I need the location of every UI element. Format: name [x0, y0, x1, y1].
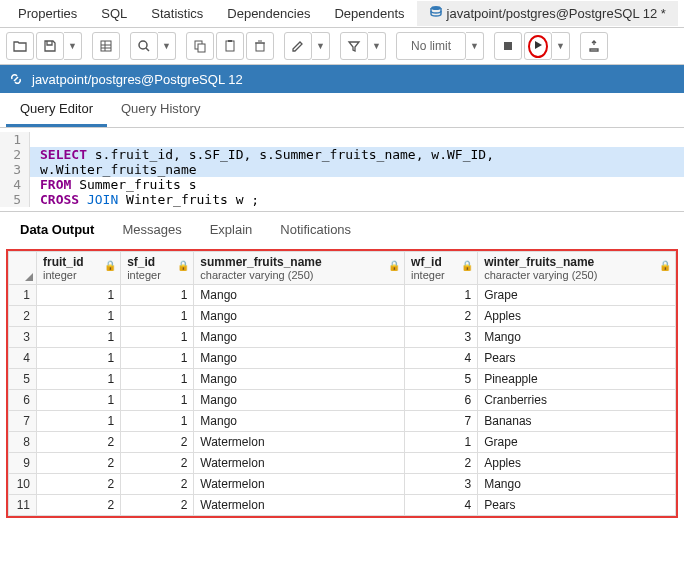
filter-button[interactable] [340, 32, 368, 60]
table-row[interactable]: 311Mango3Mango [9, 327, 676, 348]
cell-summer-fruits-name[interactable]: Mango [194, 369, 405, 390]
col-sf-id[interactable]: sf_idinteger🔒 [121, 252, 194, 285]
cell-sf-id[interactable]: 1 [121, 411, 194, 432]
cell-summer-fruits-name[interactable]: Watermelon [194, 495, 405, 516]
tab-explain[interactable]: Explain [196, 216, 267, 243]
row-number[interactable]: 11 [9, 495, 37, 516]
row-number[interactable]: 6 [9, 390, 37, 411]
table-row[interactable]: 111Mango1Grape [9, 285, 676, 306]
find-dropdown[interactable]: ▼ [158, 32, 176, 60]
cell-wf-id[interactable]: 4 [405, 495, 478, 516]
cell-winter-fruits-name[interactable]: Pears [478, 495, 676, 516]
cell-summer-fruits-name[interactable]: Mango [194, 348, 405, 369]
cell-summer-fruits-name[interactable]: Mango [194, 327, 405, 348]
edit-grid-button[interactable] [92, 32, 120, 60]
tab-properties[interactable]: Properties [6, 2, 89, 25]
cell-fruit-id[interactable]: 1 [37, 306, 121, 327]
cell-sf-id[interactable]: 1 [121, 348, 194, 369]
cell-summer-fruits-name[interactable]: Mango [194, 390, 405, 411]
cell-wf-id[interactable]: 5 [405, 369, 478, 390]
sql-editor[interactable]: 1 2SELECT s.fruit_id, s.SF_ID, s.Summer_… [0, 128, 684, 211]
tab-data-output[interactable]: Data Output [6, 216, 108, 243]
row-number[interactable]: 7 [9, 411, 37, 432]
table-row[interactable]: 822Watermelon1Grape [9, 432, 676, 453]
cell-winter-fruits-name[interactable]: Grape [478, 285, 676, 306]
cell-fruit-id[interactable]: 1 [37, 369, 121, 390]
table-row[interactable]: 1122Watermelon4Pears [9, 495, 676, 516]
tab-dependencies[interactable]: Dependencies [215, 2, 322, 25]
cell-summer-fruits-name[interactable]: Watermelon [194, 453, 405, 474]
cell-sf-id[interactable]: 1 [121, 306, 194, 327]
cell-wf-id[interactable]: 1 [405, 432, 478, 453]
table-row[interactable]: 711Mango7Bananas [9, 411, 676, 432]
select-all-corner[interactable] [9, 252, 37, 285]
cell-fruit-id[interactable]: 1 [37, 390, 121, 411]
row-number[interactable]: 10 [9, 474, 37, 495]
tab-dependents[interactable]: Dependents [322, 2, 416, 25]
table-row[interactable]: 922Watermelon2Apples [9, 453, 676, 474]
find-button[interactable] [130, 32, 158, 60]
paste-button[interactable] [216, 32, 244, 60]
cell-wf-id[interactable]: 6 [405, 390, 478, 411]
cell-wf-id[interactable]: 4 [405, 348, 478, 369]
tab-query-history[interactable]: Query History [107, 93, 214, 127]
cell-wf-id[interactable]: 3 [405, 474, 478, 495]
table-row[interactable]: 511Mango5Pineapple [9, 369, 676, 390]
stop-button[interactable] [494, 32, 522, 60]
cell-fruit-id[interactable]: 2 [37, 432, 121, 453]
row-number[interactable]: 2 [9, 306, 37, 327]
table-row[interactable]: 411Mango4Pears [9, 348, 676, 369]
table-row[interactable]: 611Mango6Cranberries [9, 390, 676, 411]
cell-winter-fruits-name[interactable]: Cranberries [478, 390, 676, 411]
cell-winter-fruits-name[interactable]: Apples [478, 453, 676, 474]
cell-summer-fruits-name[interactable]: Watermelon [194, 474, 405, 495]
cell-winter-fruits-name[interactable]: Pears [478, 348, 676, 369]
row-number[interactable]: 3 [9, 327, 37, 348]
save-dropdown[interactable]: ▼ [64, 32, 82, 60]
cell-winter-fruits-name[interactable]: Bananas [478, 411, 676, 432]
save-button[interactable] [36, 32, 64, 60]
cell-summer-fruits-name[interactable]: Mango [194, 285, 405, 306]
cell-sf-id[interactable]: 2 [121, 474, 194, 495]
cell-fruit-id[interactable]: 2 [37, 474, 121, 495]
cell-wf-id[interactable]: 2 [405, 306, 478, 327]
filter-dropdown[interactable]: ▼ [368, 32, 386, 60]
cell-winter-fruits-name[interactable]: Pineapple [478, 369, 676, 390]
edit-dropdown[interactable]: ▼ [312, 32, 330, 60]
limit-select[interactable]: No limit [396, 32, 466, 60]
row-number[interactable]: 5 [9, 369, 37, 390]
cell-fruit-id[interactable]: 1 [37, 327, 121, 348]
cell-winter-fruits-name[interactable]: Mango [478, 474, 676, 495]
cell-sf-id[interactable]: 1 [121, 390, 194, 411]
cell-winter-fruits-name[interactable]: Apples [478, 306, 676, 327]
cell-summer-fruits-name[interactable]: Mango [194, 411, 405, 432]
col-summer-fruits-name[interactable]: summer_fruits_namecharacter varying (250… [194, 252, 405, 285]
execute-dropdown[interactable]: ▼ [552, 32, 570, 60]
cell-fruit-id[interactable]: 1 [37, 411, 121, 432]
cell-sf-id[interactable]: 2 [121, 453, 194, 474]
row-number[interactable]: 4 [9, 348, 37, 369]
col-fruit-id[interactable]: fruit_idinteger🔒 [37, 252, 121, 285]
cell-wf-id[interactable]: 3 [405, 327, 478, 348]
row-number[interactable]: 8 [9, 432, 37, 453]
row-number[interactable]: 9 [9, 453, 37, 474]
cell-fruit-id[interactable]: 2 [37, 495, 121, 516]
tab-messages[interactable]: Messages [108, 216, 195, 243]
cell-sf-id[interactable]: 2 [121, 495, 194, 516]
col-wf-id[interactable]: wf_idinteger🔒 [405, 252, 478, 285]
cell-fruit-id[interactable]: 1 [37, 285, 121, 306]
cell-sf-id[interactable]: 1 [121, 369, 194, 390]
row-number[interactable]: 1 [9, 285, 37, 306]
limit-dropdown[interactable]: ▼ [466, 32, 484, 60]
table-row[interactable]: 1022Watermelon3Mango [9, 474, 676, 495]
cell-sf-id[interactable]: 2 [121, 432, 194, 453]
cell-sf-id[interactable]: 1 [121, 327, 194, 348]
cell-sf-id[interactable]: 1 [121, 285, 194, 306]
tab-query-tool[interactable]: javatpoint/postgres@PostgreSQL 12 * [417, 1, 678, 26]
tab-statistics[interactable]: Statistics [139, 2, 215, 25]
explain-button[interactable] [580, 32, 608, 60]
tab-notifications[interactable]: Notifications [266, 216, 365, 243]
table-row[interactable]: 211Mango2Apples [9, 306, 676, 327]
tab-query-editor[interactable]: Query Editor [6, 93, 107, 127]
cell-wf-id[interactable]: 2 [405, 453, 478, 474]
